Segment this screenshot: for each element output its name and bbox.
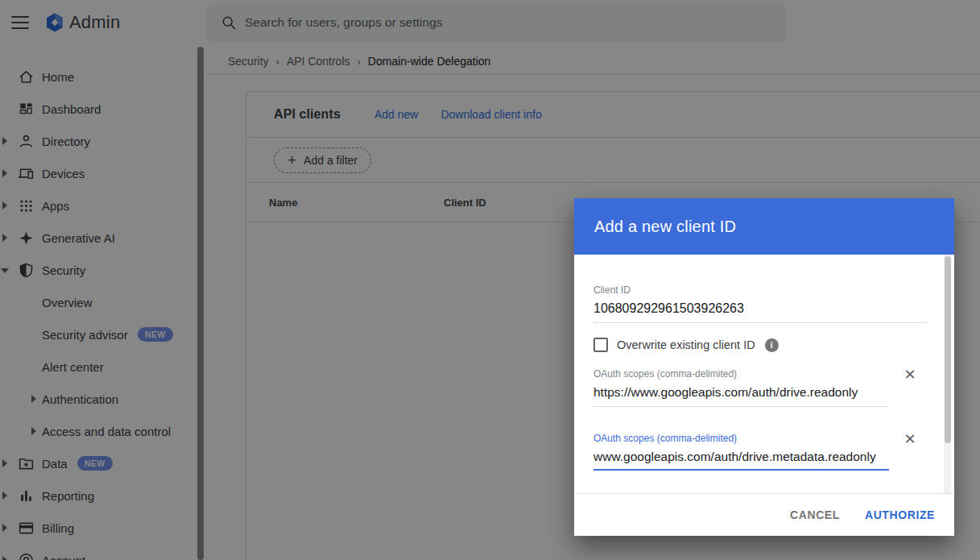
oauth-scope-2-input[interactable]: www.googleapis.com/auth/drive.metadata.r… [593, 450, 889, 471]
dialog-scrollbar[interactable] [944, 255, 951, 493]
oauth-scope-2-label: OAuth scopes (comma-delimited) [593, 433, 737, 444]
oauth-scope-1-label: OAuth scopes (comma-delimited) [593, 368, 737, 380]
overwrite-checkbox[interactable] [593, 338, 608, 352]
oauth-scope-2-value: www.googleapis.com/auth/drive.metadata.r… [593, 450, 876, 463]
dialog-footer: CANCEL AUTHORIZE [574, 493, 954, 536]
scrollbar-thumb[interactable] [945, 256, 951, 443]
overwrite-label: Overwrite existing client ID [617, 338, 755, 351]
dialog-header: Add a new client ID [574, 198, 954, 255]
client-id-input[interactable]: 106809292961503926263 [593, 301, 928, 323]
add-client-id-dialog: Add a new client ID Client ID 1068092929… [574, 198, 954, 536]
remove-scope-1-close-icon[interactable]: ✕ [899, 364, 920, 385]
info-icon[interactable]: i [765, 338, 779, 352]
remove-scope-2-close-icon[interactable]: ✕ [899, 429, 920, 450]
dialog-title: Add a new client ID [594, 218, 736, 236]
overwrite-row: Overwrite existing client ID i [593, 338, 779, 352]
oauth-scope-1-input[interactable]: https://www.googleapis.com/auth/drive.re… [593, 385, 889, 407]
client-id-label: Client ID [593, 284, 631, 296]
dialog-body: Client ID 106809292961503926263 Overwrit… [574, 255, 954, 493]
authorize-button[interactable]: AUTHORIZE [865, 508, 935, 521]
cancel-button[interactable]: CANCEL [790, 508, 840, 521]
